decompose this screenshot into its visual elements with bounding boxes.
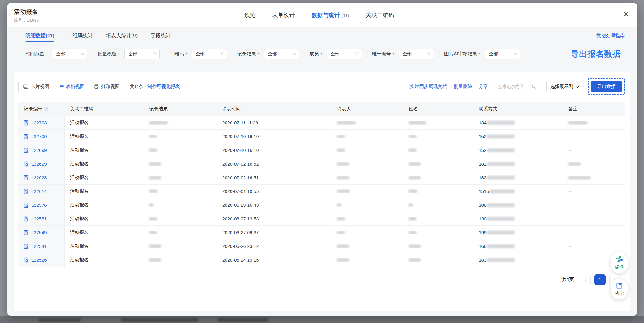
table-row: L22699活动报名2020-07-10 16:10152-- [18, 143, 625, 157]
phone-cell: 186 [473, 203, 563, 208]
visual-report-link[interactable]: 制作可视化报表 [148, 84, 180, 90]
background-redacted-text [39, 318, 81, 322]
table-row: L22614活动报名2020-07-01 10:551515-- [18, 185, 625, 198]
record-id-link[interactable]: L22576 [31, 203, 47, 208]
filter-select-6[interactable]: 全部 [485, 49, 520, 59]
note-cell [563, 121, 625, 125]
record-id-cell: L22628 [18, 171, 65, 184]
batch-delete-link[interactable]: 批量删除 [454, 84, 472, 90]
redacted-text [568, 176, 590, 180]
share-link[interactable]: 分享 [479, 84, 488, 90]
more-menu-icon[interactable]: ··· [42, 9, 49, 15]
filter-select-0[interactable]: 全部 [52, 49, 87, 59]
record-id-link[interactable]: L22614 [31, 189, 47, 194]
qr-cell: 活动报名 [65, 188, 144, 194]
record-id-link[interactable]: L22526 [31, 257, 47, 263]
record-id-link[interactable]: L22541 [31, 244, 47, 249]
filter-item-2: 二维码：全部 [170, 49, 227, 59]
table-row: L22551活动报名2020-06-27 13:58130-- [18, 212, 625, 226]
chevron-down-icon [576, 85, 580, 88]
redacted-text [337, 258, 349, 262]
prev-page-button[interactable]: ‹ [580, 274, 591, 285]
sub-tab-1[interactable]: 二维码统计 [67, 27, 93, 44]
record-id-cell: L22614 [18, 185, 65, 198]
redacted-text [337, 121, 356, 125]
note-cell: -- [563, 203, 625, 208]
filter-select-4[interactable]: 全部 [327, 49, 362, 59]
record-id-link[interactable]: L22703 [31, 120, 47, 126]
main-tab-1[interactable]: 表单设计 [272, 3, 295, 27]
redacted-text [337, 217, 345, 221]
note-empty: -- [568, 244, 571, 249]
main-tab-2[interactable]: 数据与统计(11) [312, 3, 349, 27]
sub-tab-3[interactable]: 字段统计 [151, 27, 171, 44]
feature-floating-button[interactable]: 功能 [611, 279, 628, 299]
fill-time: 2020-06-26 23:12 [222, 244, 259, 249]
qr-cell: 活动报名 [65, 174, 144, 181]
note-empty: -- [568, 203, 571, 208]
table-row: L22628活动报名2020-07-02 16:51182 [18, 171, 625, 185]
qr-name: 活动报名 [70, 147, 89, 153]
main-tab-0[interactable]: 预览 [244, 3, 256, 27]
current-page-button[interactable]: 1 [594, 274, 606, 285]
toolbar-right: 实时同步腾讯文档 批量删除 分享 选择展示列 导出数据 [410, 78, 626, 95]
select-columns-dropdown[interactable]: 选择展示列 [546, 81, 584, 92]
redacted-text [409, 217, 416, 221]
redacted-text [409, 231, 416, 234]
sync-tencent-docs-link[interactable]: 实时同步腾讯文档 [410, 84, 447, 90]
column-header-label: 填表人 [337, 106, 351, 112]
filler-cell [332, 135, 403, 138]
redacted-text [409, 189, 417, 193]
record-id-link[interactable]: L22628 [31, 175, 47, 180]
note-empty: -- [568, 217, 571, 221]
view-toggle-group: 卡片视图表格视图打印视图 [18, 81, 124, 92]
data-guide-link[interactable]: 数据处理指南 [596, 33, 625, 39]
redacted-text [487, 258, 515, 262]
table-toolbar: 卡片视图表格视图打印视图 共11条 制作可视化报表 实时同步腾讯文档 批量删除 … [14, 72, 630, 95]
qr-name: 活动报名 [70, 216, 89, 222]
record-id-link[interactable]: L22549 [31, 230, 47, 235]
filter-item-3: 记录结果：全部 [237, 49, 299, 59]
redacted-text [409, 148, 416, 152]
view-button-1[interactable]: 表格视图 [54, 81, 89, 92]
result-cell [144, 244, 217, 248]
export-annotation-text: 导出报名数据 [571, 48, 621, 60]
filter-value: 全部 [128, 51, 137, 57]
filter-select-1[interactable]: 全部 [124, 49, 160, 59]
view-button-0[interactable]: 卡片视图 [18, 81, 54, 92]
redacted-text [487, 135, 515, 138]
filter-select-3[interactable]: 全部 [264, 49, 299, 59]
filler-cell [332, 162, 403, 166]
filter-label: 批量模板： [98, 51, 121, 57]
result-cell [144, 162, 217, 166]
phone-cell: 182 [473, 161, 563, 167]
phone-prefix: 186 [479, 203, 487, 208]
redacted-text [487, 244, 515, 248]
time-cell: 2020-06-27 09:37 [217, 230, 332, 235]
main-tab-3[interactable]: 关联二维码 [366, 3, 394, 27]
consult-floating-button[interactable]: 咨询 [611, 252, 628, 273]
result-cell [144, 231, 217, 234]
close-icon[interactable]: ✕ [623, 11, 629, 18]
filter-select-2[interactable]: 全部 [192, 49, 227, 59]
column-header-0: 记录编号? [18, 106, 65, 112]
view-button-label: 卡片视图 [31, 84, 49, 90]
time-cell: 2020-07-02 16:52 [217, 161, 332, 167]
view-button-2[interactable]: 打印视图 [89, 81, 124, 92]
phone-prefix: 182 [479, 175, 487, 180]
time-cell: 2020-07-10 16:10 [217, 134, 332, 139]
view-button-label: 打印视图 [101, 84, 120, 90]
record-id-link[interactable]: L22551 [31, 216, 47, 222]
record-id-link[interactable]: L22629 [31, 161, 47, 167]
table-row: L22576活动报名2020-06-29 16:43186-- [18, 198, 625, 212]
main-tab-label: 表单设计 [272, 11, 295, 19]
filter-select-5[interactable]: 全部 [399, 49, 434, 59]
record-id-link[interactable]: L22700 [31, 134, 47, 139]
table-row: L22526活动报名2020-06-24 19:16183-- [18, 253, 625, 267]
export-data-button[interactable]: 导出数据 [591, 81, 622, 92]
record-id-link[interactable]: L22699 [31, 148, 47, 153]
sub-tab-2[interactable]: 填表人统计(9) [106, 27, 138, 44]
sub-tab-0[interactable]: 明细数据(11) [25, 27, 54, 44]
redacted-text [409, 258, 421, 262]
result-cell [144, 203, 217, 207]
